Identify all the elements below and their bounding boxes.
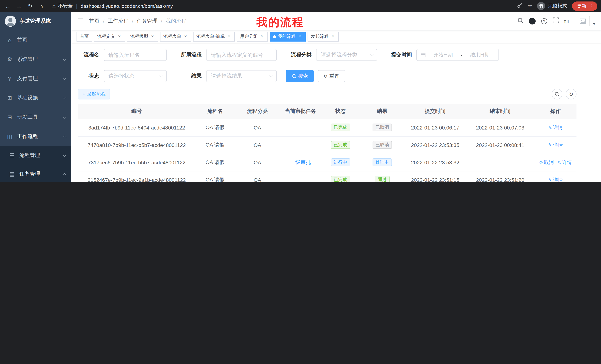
edit-icon: ✎: [548, 142, 552, 147]
tab-my-process[interactable]: 我的流程 ×: [270, 32, 306, 41]
cancel-link[interactable]: ⊘取消: [539, 159, 554, 166]
tab-label: 流程表单-编辑: [197, 33, 225, 40]
close-icon[interactable]: ×: [298, 34, 302, 39]
cell-status: 已完成: [321, 171, 360, 182]
filter-row-1: 流程名 所属流程 流程分类 请选择流程分类: [78, 49, 576, 61]
sidebar-item-label: 系统管理: [17, 56, 38, 63]
font-size-icon[interactable]: tT: [564, 18, 570, 24]
close-icon[interactable]: ×: [150, 34, 155, 39]
tab-process-form[interactable]: 流程表单 ×: [160, 32, 191, 41]
close-icon[interactable]: ×: [331, 34, 335, 39]
breadcrumb-item[interactable]: 工作流程: [108, 18, 129, 25]
home-icon: ⌂: [6, 37, 14, 43]
sidebar-item-label: 流程管理: [19, 152, 40, 159]
close-icon[interactable]: ×: [183, 34, 188, 39]
update-button[interactable]: 更新 ⋮: [572, 1, 597, 10]
browser-chrome: ← → ↻ ⌂ ⚠ 不安全 | dashboard.yudao.iocoder.…: [0, 0, 601, 12]
security-chip[interactable]: ⚠ 不安全: [52, 3, 73, 9]
tab-start-process[interactable]: 发起流程 ×: [308, 32, 339, 41]
parent-process-input[interactable]: [206, 49, 277, 61]
main-area: ☰ 首页 / 工作流程 / 任务管理 / 我的流程 我的流程 ?: [71, 12, 601, 182]
category-select[interactable]: 请选择流程分类: [316, 49, 377, 61]
refresh-table-button[interactable]: ↻: [566, 89, 576, 99]
status-select[interactable]: 请选择状态: [104, 70, 167, 82]
yen-icon: ¥: [6, 76, 14, 82]
forward-icon[interactable]: →: [13, 3, 25, 9]
fullscreen-icon[interactable]: [553, 18, 559, 25]
sidebar-item-devtools[interactable]: ⊟ 研发工具: [0, 108, 71, 127]
table-row: 7470a810-7b9b-11ec-b5b7-acde48001122 OA …: [78, 136, 576, 153]
cell-end-time: 2022-01-23 00:08:41: [466, 136, 534, 153]
detail-link[interactable]: ✎详情: [557, 159, 572, 166]
app-logo[interactable]: 芋道管理系统: [0, 12, 71, 30]
chrome-right-controls: ☆ 无痕模式 更新 ⋮: [517, 1, 597, 10]
browser-menu-icon[interactable]: ⋮: [590, 3, 594, 9]
sidebar-item-process-management[interactable]: ☰ 流程管理: [0, 146, 71, 165]
reload-icon[interactable]: ↻: [25, 3, 36, 9]
tab-process-form-edit[interactable]: 流程表单-编辑 ×: [193, 32, 235, 41]
search-button[interactable]: 搜索: [286, 70, 314, 82]
col-status: 状态: [321, 104, 360, 119]
breadcrumb-item[interactable]: 任务管理: [137, 18, 158, 25]
browser-home-icon[interactable]: ⌂: [36, 3, 47, 9]
sidebar-item-system[interactable]: ⚙ 系统管理: [0, 50, 71, 69]
back-icon[interactable]: ←: [2, 3, 13, 9]
password-key-icon[interactable]: [517, 3, 523, 9]
cell-result: 已取消: [360, 136, 404, 153]
create-process-button[interactable]: + 发起流程: [78, 89, 110, 99]
sidebar-item-home[interactable]: ⌂ 首页: [0, 30, 71, 50]
help-icon[interactable]: ?: [541, 18, 547, 24]
reset-button[interactable]: ↻ 重置: [318, 70, 345, 82]
detail-link[interactable]: ✎详情: [548, 142, 563, 148]
cell-actions: ✎详情: [534, 171, 576, 182]
tab-label: 流程模型: [130, 33, 148, 40]
tab-label: 我的流程: [278, 33, 296, 40]
avatar-caret-icon[interactable]: ▾: [593, 22, 595, 26]
process-name-input[interactable]: [104, 49, 167, 61]
result-select[interactable]: 请选择流结果: [206, 70, 277, 82]
tab-user-group[interactable]: 用户分组 ×: [237, 32, 268, 41]
result-badge: 已取消: [372, 124, 392, 131]
tab-process-definition[interactable]: 流程定义 ×: [94, 32, 125, 41]
cell-task: 一级审批: [280, 153, 321, 171]
page-annotation: 我的流程: [256, 15, 304, 30]
filter-label-submit-time: 提交时间: [386, 52, 412, 58]
sidebar-item-task-management[interactable]: ▤ 任务管理: [0, 165, 71, 182]
warning-icon: ⚠: [52, 3, 56, 9]
cell-id: 7317cec6-7b9b-11ec-b5b7-acde48001122: [78, 153, 195, 171]
close-icon[interactable]: ×: [227, 34, 231, 39]
tab-label: 流程表单: [163, 33, 181, 40]
detail-link[interactable]: ✎详情: [548, 176, 563, 182]
address-bar[interactable]: dashboard.yudao.iocoder.cn/bpm/task/my: [80, 3, 173, 9]
detail-link[interactable]: ✎详情: [548, 124, 563, 131]
submit-time-range-picker[interactable]: 开始日期 - 结束日期: [416, 49, 499, 61]
cell-result: 已取消: [360, 119, 404, 136]
github-icon[interactable]: [529, 18, 536, 25]
sidebar-item-payment[interactable]: ¥ 支付管理: [0, 69, 71, 88]
cell-actions: ✎详情: [534, 119, 576, 136]
update-label: 更新: [577, 3, 587, 9]
close-icon[interactable]: ×: [260, 34, 264, 39]
bookmark-star-icon[interactable]: ☆: [528, 3, 532, 9]
tab-home[interactable]: 首页: [77, 32, 92, 41]
hamburger-icon[interactable]: ☰: [77, 17, 83, 25]
close-icon[interactable]: ×: [117, 34, 122, 39]
edit-icon: ✎: [548, 125, 552, 130]
avatar[interactable]: [576, 16, 590, 26]
refresh-icon: ↻: [323, 73, 328, 79]
breadcrumb-item[interactable]: 首页: [89, 18, 100, 25]
cell-category: OA: [235, 136, 280, 153]
result-badge: 已取消: [372, 141, 392, 149]
infrastructure-icon: ⊞: [6, 95, 14, 101]
col-name: 流程名: [195, 104, 235, 119]
sidebar-item-workflow[interactable]: ◫ 工作流程: [0, 127, 71, 146]
search-icon[interactable]: [517, 18, 523, 25]
toggle-search-button[interactable]: [551, 89, 562, 99]
tab-label: 用户分组: [240, 33, 258, 40]
tab-process-model[interactable]: 流程模型 ×: [127, 32, 158, 41]
current-task-link[interactable]: 一级审批: [290, 159, 311, 165]
sidebar-item-label: 任务管理: [19, 171, 40, 177]
sidebar-item-infrastructure[interactable]: ⊞ 基础设施: [0, 88, 71, 108]
breadcrumb: 首页 / 工作流程 / 任务管理 / 我的流程: [89, 18, 186, 25]
toolbox-icon: ⊟: [6, 114, 14, 121]
